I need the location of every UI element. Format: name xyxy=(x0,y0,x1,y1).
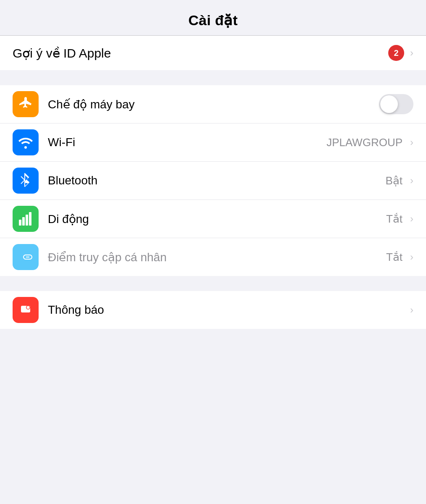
bluetooth-icon xyxy=(18,173,33,188)
connectivity-settings-section: Chế độ máy bay Wi-Fi JPLAWGROUP › Blueto… xyxy=(0,85,426,276)
wifi-chevron-icon: › xyxy=(410,136,413,148)
hotspot-label: Điểm truy cập cá nhân xyxy=(48,250,386,264)
notifications-row[interactable]: Thông báo › xyxy=(0,291,426,329)
airplane-mode-row[interactable]: Chế độ máy bay xyxy=(0,85,426,123)
svg-rect-2 xyxy=(26,215,28,226)
svg-rect-1 xyxy=(22,217,25,226)
apple-id-right: 2 › xyxy=(388,45,413,61)
cellular-row[interactable]: Di động Tắt › xyxy=(0,200,426,238)
header: Cài đặt xyxy=(0,0,426,36)
notifications-chevron-area: › xyxy=(410,304,413,316)
apple-id-label: Gợi ý về ID Apple xyxy=(13,46,111,60)
apple-id-row[interactable]: Gợi ý về ID Apple 2 › xyxy=(0,36,426,70)
notification-icon-wrapper xyxy=(13,297,39,323)
bluetooth-value-area: Bật › xyxy=(385,174,413,187)
wifi-row[interactable]: Wi-Fi JPLAWGROUP › xyxy=(0,123,426,162)
airplane-mode-label: Chế độ máy bay xyxy=(48,97,379,111)
section-divider-2 xyxy=(0,276,426,291)
personal-hotspot-row[interactable]: Điểm truy cập cá nhân Tắt › xyxy=(0,238,426,276)
cellular-value-area: Tắt › xyxy=(386,213,413,226)
svg-rect-0 xyxy=(19,220,21,226)
wifi-icon xyxy=(18,135,33,150)
svg-point-6 xyxy=(27,306,30,309)
bluetooth-value: Bật xyxy=(385,174,402,187)
hotspot-chevron-icon: › xyxy=(410,251,413,263)
cellular-label: Di động xyxy=(48,212,386,226)
cellular-value: Tắt xyxy=(386,213,402,226)
bluetooth-label: Bluetooth xyxy=(48,174,385,187)
bluetooth-row[interactable]: Bluetooth Bật › xyxy=(0,162,426,200)
chevron-right-icon: › xyxy=(410,47,413,59)
notifications-section: Thông báo › xyxy=(0,291,426,329)
notifications-chevron-icon: › xyxy=(410,304,413,316)
hotspot-value-area: Tắt › xyxy=(386,251,413,264)
wifi-value-area: JPLAWGROUP › xyxy=(327,136,413,149)
svg-rect-3 xyxy=(29,212,31,226)
wifi-label: Wi-Fi xyxy=(48,136,327,149)
notification-badge: 2 xyxy=(388,45,404,61)
airplane-mode-icon-wrapper xyxy=(13,91,39,117)
wifi-value: JPLAWGROUP xyxy=(327,136,402,149)
page-title: Cài đặt xyxy=(188,12,238,28)
cellular-icon xyxy=(18,211,33,226)
bluetooth-chevron-icon: › xyxy=(410,175,413,186)
bluetooth-icon-wrapper xyxy=(13,168,39,194)
wifi-icon-wrapper xyxy=(13,129,39,155)
notifications-label: Thông báo xyxy=(48,303,410,317)
airplane-mode-toggle[interactable] xyxy=(379,94,413,114)
toggle-knob xyxy=(380,95,398,113)
cellular-icon-wrapper xyxy=(13,206,39,232)
hotspot-icon xyxy=(18,249,33,265)
hotspot-icon-wrapper xyxy=(13,244,39,270)
cellular-chevron-icon: › xyxy=(410,213,413,225)
notification-bell-icon xyxy=(18,302,33,318)
airplane-mode-toggle-area xyxy=(379,94,413,114)
section-divider-1 xyxy=(0,70,426,85)
airplane-icon xyxy=(18,97,33,112)
hotspot-value: Tắt xyxy=(386,251,402,264)
